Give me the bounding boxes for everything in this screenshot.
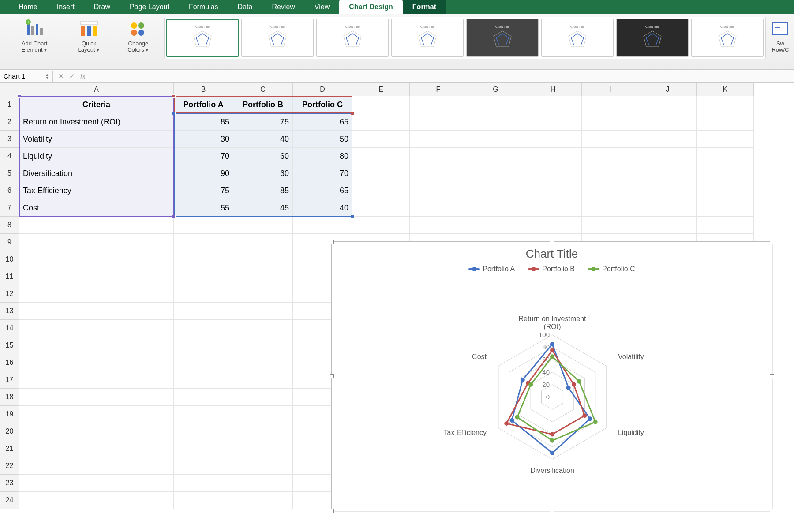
cell-A5[interactable]: Diversification: [19, 165, 174, 182]
cell-B5[interactable]: 90: [174, 165, 233, 182]
chart-object[interactable]: Chart Title Portfolio APortfolio BPortfo…: [331, 241, 772, 511]
chart-title[interactable]: Chart Title: [332, 247, 772, 261]
cell-A24[interactable]: [19, 492, 174, 509]
cell-A9[interactable]: [19, 234, 174, 251]
cell-F4[interactable]: [410, 148, 467, 165]
cell-I3[interactable]: [582, 131, 639, 148]
col-header-F[interactable]: F: [410, 83, 467, 96]
cell-D5[interactable]: 70: [293, 165, 352, 182]
row-header-10[interactable]: 10: [0, 251, 19, 268]
row-header-21[interactable]: 21: [0, 440, 19, 457]
cell-C1[interactable]: Portfolio B: [233, 96, 293, 113]
cell-F6[interactable]: [410, 182, 467, 199]
cell-A11[interactable]: [19, 268, 174, 285]
legend-item-portfolio-a[interactable]: Portfolio A: [468, 265, 515, 273]
cell-B22[interactable]: [174, 457, 233, 475]
cell-E2[interactable]: [352, 113, 410, 131]
radar-series-portfolio-c[interactable]: [517, 356, 596, 440]
resize-handle[interactable]: [770, 240, 774, 244]
row-header-20[interactable]: 20: [0, 423, 19, 440]
cell-C19[interactable]: [233, 406, 293, 423]
radar-point[interactable]: [521, 378, 525, 382]
cell-I2[interactable]: [582, 113, 639, 131]
cell-G4[interactable]: [467, 148, 524, 165]
radar-point[interactable]: [509, 418, 514, 423]
cell-K7[interactable]: [697, 199, 754, 217]
cell-B2[interactable]: 85: [174, 113, 233, 131]
radar-point[interactable]: [582, 413, 587, 418]
cell-H4[interactable]: [524, 148, 582, 165]
row-header-5[interactable]: 5: [0, 165, 19, 182]
cell-F2[interactable]: [410, 113, 467, 131]
cell-E8[interactable]: [352, 217, 410, 234]
cell-C22[interactable]: [233, 457, 293, 475]
cell-A1[interactable]: Criteria: [19, 96, 174, 113]
cell-H6[interactable]: [524, 182, 582, 199]
cell-I6[interactable]: [582, 182, 639, 199]
ribbon-tab-format[interactable]: Format: [403, 0, 446, 14]
quick-layout-group[interactable]: Quick Layout▼: [65, 16, 112, 68]
cell-C11[interactable]: [233, 268, 293, 285]
chart-style-2[interactable]: Chart Title: [241, 19, 314, 57]
cell-K3[interactable]: [697, 131, 754, 148]
cell-A17[interactable]: [19, 371, 174, 389]
legend-item-portfolio-b[interactable]: Portfolio B: [528, 265, 575, 273]
cell-D2[interactable]: 65: [293, 113, 352, 131]
cell-A8[interactable]: [19, 217, 174, 234]
row-header-22[interactable]: 22: [0, 457, 19, 475]
cell-J5[interactable]: [639, 165, 697, 182]
cell-B4[interactable]: 70: [174, 148, 233, 165]
radar-point[interactable]: [504, 421, 509, 426]
spreadsheet-grid[interactable]: ABCDEFGHIJK 1234567891011121314151617181…: [0, 83, 794, 532]
resize-handle[interactable]: [550, 240, 554, 244]
cell-D7[interactable]: 40: [293, 199, 352, 217]
enter-icon[interactable]: ✓: [69, 72, 75, 80]
switch-row-col-group[interactable]: Sw Row/C: [766, 16, 790, 68]
resize-handle[interactable]: [330, 240, 334, 244]
col-header-B[interactable]: B: [174, 83, 233, 96]
cell-B21[interactable]: [174, 440, 233, 457]
cell-B16[interactable]: [174, 354, 233, 371]
row-header-14[interactable]: 14: [0, 320, 19, 337]
cell-A16[interactable]: [19, 354, 174, 371]
cell-B8[interactable]: [174, 217, 233, 234]
col-header-G[interactable]: G: [467, 83, 524, 96]
cell-B1[interactable]: Portfolio A: [174, 96, 233, 113]
cell-B17[interactable]: [174, 371, 233, 389]
cell-I8[interactable]: [582, 217, 639, 234]
cell-A6[interactable]: Tax Efficiency: [19, 182, 174, 199]
radar-point[interactable]: [528, 382, 533, 387]
name-box[interactable]: Chart 1 ▲▼: [0, 71, 53, 82]
cell-E7[interactable]: [352, 199, 410, 217]
cell-B9[interactable]: [174, 234, 233, 251]
cell-F3[interactable]: [410, 131, 467, 148]
cell-G6[interactable]: [467, 182, 524, 199]
cell-B6[interactable]: 75: [174, 182, 233, 199]
radar-point[interactable]: [566, 386, 571, 390]
cell-D3[interactable]: 50: [293, 131, 352, 148]
cell-B13[interactable]: [174, 303, 233, 320]
cell-G2[interactable]: [467, 113, 524, 131]
row-header-15[interactable]: 15: [0, 337, 19, 354]
cell-J7[interactable]: [639, 199, 697, 217]
cell-C2[interactable]: 75: [233, 113, 293, 131]
cell-B12[interactable]: [174, 285, 233, 303]
cell-C24[interactable]: [233, 492, 293, 509]
cell-C18[interactable]: [233, 389, 293, 406]
cell-H1[interactable]: [524, 96, 582, 113]
chart-style-6[interactable]: Chart Title: [541, 19, 614, 57]
cell-C15[interactable]: [233, 337, 293, 354]
resize-handle[interactable]: [770, 374, 774, 378]
cell-I1[interactable]: [582, 96, 639, 113]
row-header-3[interactable]: 3: [0, 131, 19, 148]
resize-handle[interactable]: [330, 374, 334, 378]
radar-point[interactable]: [550, 348, 554, 352]
col-header-C[interactable]: C: [233, 83, 293, 96]
cell-J3[interactable]: [639, 131, 697, 148]
change-colors-group[interactable]: Change Colors▼: [112, 16, 164, 68]
chart-style-1[interactable]: Chart Title: [166, 19, 239, 57]
radar-point[interactable]: [577, 379, 581, 384]
cell-A21[interactable]: [19, 440, 174, 457]
cell-I7[interactable]: [582, 199, 639, 217]
col-header-I[interactable]: I: [582, 83, 639, 96]
